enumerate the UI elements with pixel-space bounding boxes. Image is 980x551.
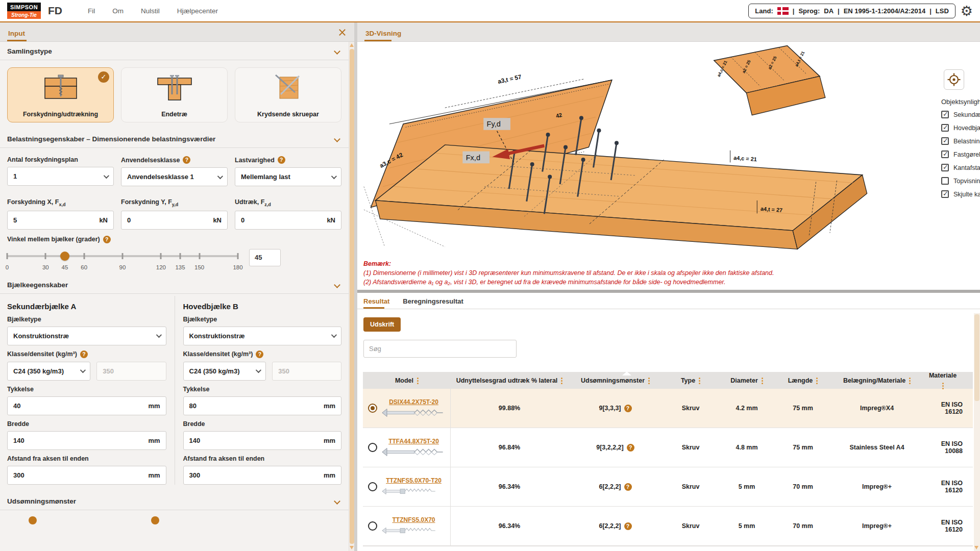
collapse-panel-icon[interactable]: [339, 26, 347, 38]
col-type[interactable]: Type: [663, 377, 719, 384]
result-row-3[interactable]: TTZNFS5.0X70 96.34% 6[2,2,2]?: [363, 507, 973, 546]
help-icon[interactable]: ?: [627, 444, 634, 452]
vis-item-3[interactable]: Fastgørelseselementer: [941, 151, 980, 158]
forskydning-y-input[interactable]: 0kN: [121, 211, 228, 230]
help-icon[interactable]: ?: [80, 350, 88, 358]
lastvarighed-select[interactable]: Mellemlang last: [235, 167, 341, 186]
help-icon[interactable]: ?: [278, 156, 285, 164]
col-model[interactable]: Model: [363, 377, 451, 384]
col-monster[interactable]: Udsømningsmønster: [568, 377, 663, 384]
col-diameter[interactable]: Diameter: [719, 377, 775, 384]
result-row-1[interactable]: TTFA44.8X75T-20 96.84% 9[3,2,2,2]?: [363, 428, 973, 467]
afstand-a-input[interactable]: 300mm: [7, 466, 166, 485]
menu-fil[interactable]: Fil: [88, 7, 95, 15]
result-row-2[interactable]: TTZNFS5.0X70-T20 96.34% 6[2,2,2]?: [363, 467, 973, 507]
section-belastning-header[interactable]: Belastningsegenskaber – Dimensionerende …: [0, 130, 349, 148]
udtraek-z-input[interactable]: 0kN: [235, 211, 341, 230]
vis-item-2[interactable]: Belastninger: [941, 137, 980, 145]
tykkelse-a-input[interactable]: 40mm: [7, 396, 166, 415]
tab-input[interactable]: Input: [7, 30, 26, 41]
column-menu-icon[interactable]: [762, 378, 763, 384]
search-input[interactable]: [363, 340, 517, 358]
result-row-0[interactable]: DSIX44.2X75T-20 99.88% 9[3,3,3]?: [363, 389, 973, 428]
tab-beregningsresultat[interactable]: Beregningsresultat: [403, 297, 463, 309]
bredde-b-input[interactable]: 140mm: [183, 431, 342, 450]
antal-forskydningsplan-select[interactable]: 1: [7, 167, 114, 186]
vis-item-4[interactable]: Kantafstande: [941, 164, 980, 171]
scroll-up-icon[interactable]: [350, 43, 354, 47]
row-radio[interactable]: [368, 404, 377, 413]
locale-settings[interactable]: Land: | Sprog: DA | EN 1995-1-1:2004/A2:…: [748, 4, 955, 18]
help-icon[interactable]: ?: [624, 522, 632, 530]
help-icon[interactable]: ?: [183, 156, 190, 164]
column-menu-icon[interactable]: [561, 378, 562, 384]
help-icon[interactable]: ?: [256, 350, 263, 358]
input-scrollbar[interactable]: [349, 42, 354, 551]
menu-om[interactable]: Om: [112, 7, 124, 15]
section-samlingstype-header[interactable]: Samlingstype: [0, 42, 349, 60]
vis-item-1[interactable]: Hovedbjælke B: [941, 124, 980, 132]
forskydning-x-input[interactable]: 5kN: [7, 211, 114, 230]
tykkelse-b-input[interactable]: 80mm: [183, 396, 342, 415]
column-menu-icon[interactable]: [816, 378, 818, 384]
col-belaegning[interactable]: Belægning/Materiale: [831, 377, 923, 384]
chevron-down-icon[interactable]: [334, 136, 340, 142]
row-radio[interactable]: [368, 521, 377, 531]
model-link[interactable]: DSIX44.2X75T-20: [389, 398, 438, 406]
zoom-to-fit-button[interactable]: [944, 69, 964, 90]
help-icon[interactable]: ?: [103, 236, 111, 243]
print-button[interactable]: Udskrift: [363, 317, 401, 332]
chevron-down-icon[interactable]: [334, 282, 340, 288]
klasse-b-select[interactable]: C24 (350 kg/m3): [183, 362, 266, 381]
help-icon[interactable]: ?: [624, 405, 632, 412]
slider-handle[interactable]: [60, 252, 69, 261]
model-link[interactable]: TTZNFS5.0X70: [392, 516, 435, 523]
model-link[interactable]: TTFA44.8X75T-20: [388, 438, 439, 445]
gear-icon[interactable]: ⚙: [961, 4, 973, 18]
bjaelketype-a-select[interactable]: Konstruktionstræ: [7, 327, 166, 345]
vis-item-6[interactable]: Skjulte kanter: [941, 190, 980, 198]
col-udnyttelse[interactable]: Udnyttelsesgrad udtræk % lateral: [451, 377, 568, 384]
scroll-down-icon[interactable]: [974, 546, 978, 549]
samlingstype-option-2[interactable]: ✓ Krydsende skruepar: [235, 67, 341, 122]
column-menu-icon[interactable]: [909, 378, 911, 384]
densitet-a-input[interactable]: 350: [96, 362, 166, 381]
vis-item-5[interactable]: Topvisning: [941, 177, 980, 185]
col-materiale[interactable]: Materiale: [923, 372, 973, 389]
samlingstype-option-0[interactable]: ✓ Forskydning/udtrækning: [7, 67, 114, 122]
column-menu-icon[interactable]: [699, 378, 700, 384]
samlingstype-option-1[interactable]: ✓ Endetræ: [121, 67, 228, 122]
klasse-a-select[interactable]: C24 (350 kg/m3): [7, 362, 90, 381]
scroll-thumb[interactable]: [350, 49, 354, 544]
col-laengde[interactable]: Længde: [775, 377, 831, 384]
section-udsomning-header[interactable]: Udsømningsmønster: [0, 492, 349, 510]
vis-item-0[interactable]: Sekundærbjælke A: [941, 111, 980, 118]
column-menu-icon[interactable]: [648, 378, 650, 384]
vinkel-slider[interactable]: 0 30 45 60 90 120 135 150 180: [7, 249, 238, 276]
anvendelsesklasse-select[interactable]: Anvendelsesklasse 1: [121, 167, 228, 186]
menu-hjaelpecenter[interactable]: Hjælpecenter: [177, 7, 218, 15]
row-radio[interactable]: [368, 443, 377, 452]
column-menu-icon[interactable]: [417, 378, 419, 384]
3d-scene[interactable]: a3,t = 57 42 a3,c = 42 a4,c = 21 a2 = 25: [361, 43, 872, 261]
viewer-tabbar: 3D-Visning: [357, 22, 980, 42]
afstand-b-input[interactable]: 300mm: [183, 466, 342, 485]
results-scrollbar[interactable]: [974, 313, 980, 551]
bredde-a-input[interactable]: 140mm: [7, 431, 166, 450]
tab-3d-visning[interactable]: 3D-Visning: [364, 30, 402, 41]
row-radio[interactable]: [368, 482, 377, 491]
densitet-b-input[interactable]: 350: [272, 362, 341, 381]
section-bjaelke-header[interactable]: Bjælkeegenskaber: [0, 276, 349, 294]
column-menu-icon[interactable]: [942, 383, 944, 389]
help-icon[interactable]: ?: [624, 483, 632, 491]
3d-viewer[interactable]: a3,t = 57 42 a3,c = 42 a4,c = 21 a2 = 25: [357, 42, 980, 290]
vinkel-value-input[interactable]: 45: [249, 249, 281, 266]
chevron-down-icon[interactable]: [334, 48, 340, 55]
tab-resultat[interactable]: Resultat: [363, 297, 389, 309]
scroll-thumb[interactable]: [974, 314, 979, 401]
model-link[interactable]: TTZNFS5.0X70-T20: [386, 477, 442, 484]
chevron-down-icon[interactable]: [334, 498, 340, 505]
scroll-down-icon[interactable]: [350, 546, 354, 549]
bjaelketype-b-select[interactable]: Konstruktionstræ: [183, 327, 342, 345]
menu-nulstil[interactable]: Nulstil: [141, 7, 160, 15]
